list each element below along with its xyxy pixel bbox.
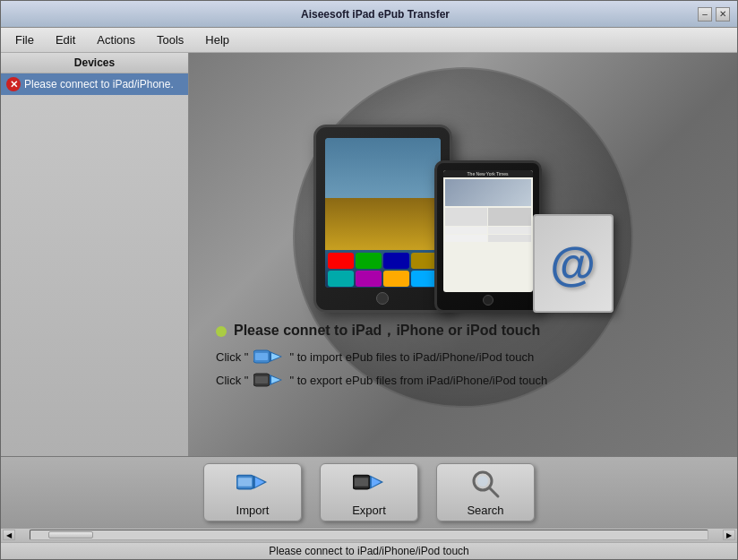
import-button[interactable]: Import (203, 463, 302, 521)
menu-help[interactable]: Help (194, 30, 240, 50)
import-text-after: " to import ePub files to iPad/iPhone/iP… (289, 350, 534, 364)
export-text-after: " to export ePub files from iPad/iPhone/… (289, 374, 547, 387)
connect-status: Please connet to iPad，iPhone or iPod tou… (216, 322, 710, 340)
export-instruction: Click " " to export ePub files from iPad… (216, 371, 710, 389)
at-symbol: @ (550, 237, 596, 290)
ipad-large-home-btn (376, 292, 389, 305)
sidebar-device-item[interactable]: ✕ Please connect to iPad/iPhone. (1, 73, 188, 95)
svg-line-18 (490, 488, 498, 496)
status-dot (216, 326, 227, 337)
ipad-small-home-btn (483, 295, 493, 306)
menu-tools[interactable]: Tools (146, 30, 194, 50)
error-icon: ✕ (6, 77, 21, 91)
window-controls: – ✕ (698, 7, 730, 22)
export-arrow-icon (253, 371, 284, 389)
scroll-track[interactable] (30, 530, 708, 540)
svg-rect-1 (255, 353, 268, 360)
minimize-button[interactable]: – (698, 7, 712, 22)
import-button-label: Import (236, 504, 270, 517)
main-content: Devices ✕ Please connect to iPad/iPhone. (1, 53, 737, 559)
svg-point-17 (477, 476, 488, 487)
app-title: Aiseesoft iPad ePub Transfer (53, 8, 698, 21)
email-book: @ (533, 214, 614, 313)
menu-actions[interactable]: Actions (86, 30, 146, 50)
content-area: The New York Times (189, 53, 737, 456)
ipad-large-screen (325, 138, 441, 288)
search-button-label: Search (467, 504, 503, 517)
device-label: Please connect to iPad/iPhone. (24, 78, 174, 90)
sidebar: Devices ✕ Please connect to iPad/iPhone. (1, 53, 189, 456)
import-arrow-icon (253, 348, 284, 366)
menu-bar: File Edit Actions Tools Help (1, 28, 737, 53)
sidebar-header: Devices (1, 53, 188, 73)
status-text: Please connect to iPad/iPhone/iPod touch (269, 545, 469, 557)
import-text-before: Click " (216, 350, 248, 364)
bottom-toolbar: Import Export (1, 456, 737, 528)
scroll-right-arrow[interactable]: ▶ (723, 530, 735, 540)
menu-edit[interactable]: Edit (45, 30, 86, 50)
import-icon (236, 468, 269, 500)
svg-rect-9 (238, 478, 252, 486)
import-instruction: Click " " to import ePub files to iPad/i… (216, 348, 710, 366)
export-text-before: Click " (216, 374, 248, 387)
search-button[interactable]: Search (436, 463, 535, 521)
ipad-small-screen: The New York Times (443, 170, 533, 292)
export-icon (353, 468, 385, 500)
device-illustration: The New York Times (313, 80, 614, 313)
export-button[interactable]: Export (320, 463, 418, 521)
scrollbar-area: ◀ ▶ (1, 528, 737, 542)
status-bar: Please connect to iPad/iPhone/iPod touch (1, 542, 737, 559)
connect-status-text: Please connet to iPad，iPhone or iPod tou… (234, 322, 540, 340)
export-button-label: Export (352, 504, 386, 517)
svg-rect-5 (255, 376, 268, 383)
info-text: Please connet to iPad，iPhone or iPod tou… (189, 322, 737, 394)
menu-file[interactable]: File (4, 30, 45, 50)
app-window: Aiseesoft iPad ePub Transfer – ✕ File Ed… (0, 0, 738, 560)
scroll-left-arrow[interactable]: ◀ (3, 530, 15, 540)
svg-rect-13 (355, 478, 368, 486)
search-icon (469, 468, 502, 500)
title-bar: Aiseesoft iPad ePub Transfer – ✕ (1, 1, 737, 28)
ipad-small: The New York Times (434, 160, 542, 313)
ipad-large (313, 125, 452, 313)
main-layout: Devices ✕ Please connect to iPad/iPhone. (1, 53, 737, 456)
scroll-thumb[interactable] (48, 531, 93, 538)
close-button[interactable]: ✕ (716, 7, 730, 22)
